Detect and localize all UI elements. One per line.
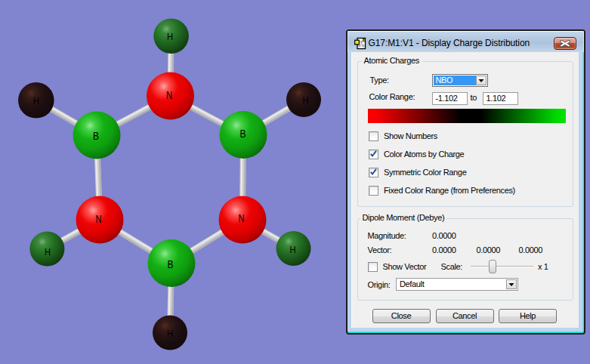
svg-text:N: N [239, 211, 245, 224]
svg-text:N: N [166, 88, 172, 101]
svg-text:N: N [96, 212, 102, 225]
svg-text:H: H [45, 246, 51, 258]
svg-text:B: B [168, 258, 174, 270]
svg-text:H: H [303, 94, 309, 106]
svg-text:B: B [240, 127, 246, 140]
svg-text:H: H [167, 328, 173, 339]
svg-text:B: B [93, 129, 99, 142]
svg-text:H: H [33, 95, 39, 106]
svg-text:H: H [167, 31, 173, 42]
svg-text:H: H [290, 244, 296, 255]
